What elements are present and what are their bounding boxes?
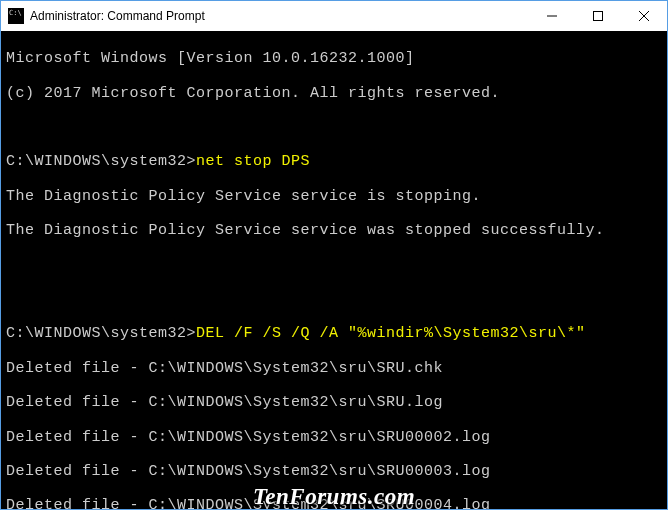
- command-text: net stop DPS: [196, 153, 310, 170]
- version-line: Microsoft Windows [Version 10.0.16232.10…: [6, 50, 662, 67]
- prompt: C:\WINDOWS\system32>: [6, 325, 196, 342]
- blank-line: [6, 257, 662, 274]
- blank-line: [6, 119, 662, 136]
- window-title: Administrator: Command Prompt: [30, 9, 529, 23]
- output-line: Deleted file - C:\WINDOWS\System32\sru\S…: [6, 463, 662, 480]
- prompt: C:\WINDOWS\system32>: [6, 153, 196, 170]
- close-icon: [639, 11, 649, 21]
- prompt-line: C:\WINDOWS\system32>net stop DPS: [6, 153, 662, 170]
- output-line: Deleted file - C:\WINDOWS\System32\sru\S…: [6, 497, 662, 509]
- output-line: Deleted file - C:\WINDOWS\System32\sru\S…: [6, 360, 662, 377]
- command-text: DEL /F /S /Q /A "%windir%\System32\sru\*…: [196, 325, 586, 342]
- titlebar[interactable]: Administrator: Command Prompt: [1, 1, 667, 31]
- output-line: The Diagnostic Policy Service service wa…: [6, 222, 662, 239]
- cmd-icon: [8, 8, 24, 24]
- output-line: Deleted file - C:\WINDOWS\System32\sru\S…: [6, 429, 662, 446]
- output-line: Deleted file - C:\WINDOWS\System32\sru\S…: [6, 394, 662, 411]
- terminal-area[interactable]: Microsoft Windows [Version 10.0.16232.10…: [1, 31, 667, 509]
- maximize-icon: [593, 11, 603, 21]
- copyright-line: (c) 2017 Microsoft Corporation. All righ…: [6, 85, 662, 102]
- prompt-line: C:\WINDOWS\system32>DEL /F /S /Q /A "%wi…: [6, 325, 662, 342]
- maximize-button[interactable]: [575, 1, 621, 31]
- close-button[interactable]: [621, 1, 667, 31]
- cmd-window: Administrator: Command Prompt Microsoft …: [0, 0, 668, 510]
- window-controls: [529, 1, 667, 31]
- output-line: The Diagnostic Policy Service service is…: [6, 188, 662, 205]
- svg-rect-1: [594, 12, 603, 21]
- minimize-icon: [547, 11, 557, 21]
- minimize-button[interactable]: [529, 1, 575, 31]
- blank-line: [6, 291, 662, 308]
